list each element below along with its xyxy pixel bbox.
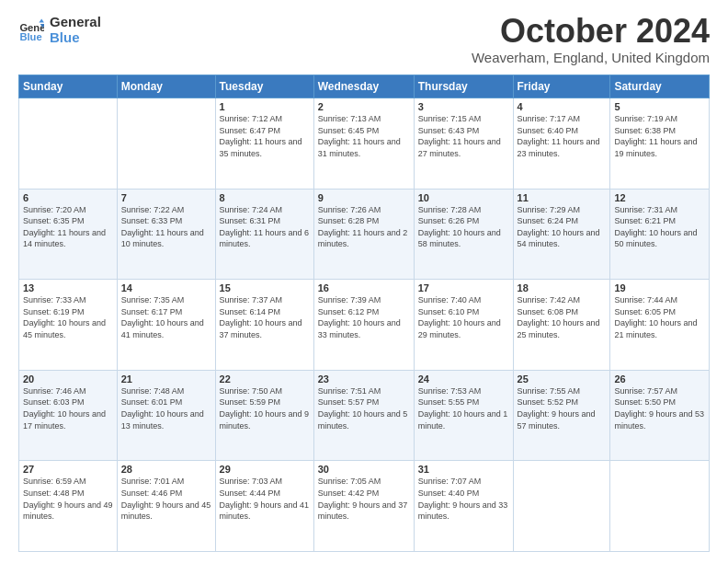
day-info: Sunrise: 7:29 AMSunset: 6:24 PMDaylight:… <box>518 204 607 250</box>
day-info: Sunrise: 7:19 AMSunset: 6:38 PMDaylight:… <box>614 113 705 159</box>
month-title: October 2024 <box>472 15 710 48</box>
weekday-header-wednesday: Wednesday <box>313 75 414 98</box>
day-info: Sunrise: 7:31 AMSunset: 6:21 PMDaylight:… <box>614 204 705 250</box>
day-number: 31 <box>418 464 509 475</box>
day-info: Sunrise: 7:33 AMSunset: 6:19 PMDaylight:… <box>23 294 113 340</box>
day-info: Sunrise: 7:44 AMSunset: 6:05 PMDaylight:… <box>614 294 705 340</box>
calendar-cell: 23Sunrise: 7:51 AMSunset: 5:57 PMDayligh… <box>313 370 414 461</box>
calendar-table: SundayMondayTuesdayWednesdayThursdayFrid… <box>18 75 710 552</box>
day-info: Sunrise: 7:53 AMSunset: 5:55 PMDaylight:… <box>418 385 509 431</box>
day-number: 24 <box>418 373 509 385</box>
day-number: 29 <box>220 464 310 475</box>
day-number: 26 <box>614 373 705 385</box>
day-number: 27 <box>23 464 113 475</box>
day-number: 15 <box>220 282 310 293</box>
day-info: Sunrise: 6:59 AMSunset: 4:48 PMDaylight:… <box>23 476 113 522</box>
svg-text:Blue: Blue <box>19 31 41 42</box>
calendar-cell: 24Sunrise: 7:53 AMSunset: 5:55 PMDayligh… <box>414 370 513 461</box>
day-info: Sunrise: 7:15 AMSunset: 6:43 PMDaylight:… <box>418 113 509 159</box>
week-row-2: 6Sunrise: 7:20 AMSunset: 6:35 PMDaylight… <box>19 189 710 280</box>
calendar-cell: 14Sunrise: 7:35 AMSunset: 6:17 PMDayligh… <box>117 280 215 371</box>
day-number: 1 <box>220 101 310 112</box>
day-number: 28 <box>121 464 211 475</box>
calendar-cell: 17Sunrise: 7:40 AMSunset: 6:10 PMDayligh… <box>414 280 513 371</box>
day-number: 11 <box>518 192 607 203</box>
weekday-header-friday: Friday <box>513 75 610 98</box>
calendar-cell <box>610 461 710 552</box>
weekday-header-row: SundayMondayTuesdayWednesdayThursdayFrid… <box>19 75 710 98</box>
day-info: Sunrise: 7:51 AMSunset: 5:57 PMDaylight:… <box>318 385 410 431</box>
day-number: 6 <box>23 192 113 203</box>
day-info: Sunrise: 7:46 AMSunset: 6:03 PMDaylight:… <box>23 385 113 431</box>
day-info: Sunrise: 7:26 AMSunset: 6:28 PMDaylight:… <box>318 204 410 250</box>
calendar-cell: 26Sunrise: 7:57 AMSunset: 5:50 PMDayligh… <box>610 370 710 461</box>
day-info: Sunrise: 7:17 AMSunset: 6:40 PMDaylight:… <box>518 113 607 159</box>
calendar-cell <box>19 98 118 190</box>
weekday-header-thursday: Thursday <box>414 75 513 98</box>
day-number: 8 <box>220 192 310 203</box>
calendar-cell: 16Sunrise: 7:39 AMSunset: 6:12 PMDayligh… <box>313 280 414 371</box>
day-info: Sunrise: 7:48 AMSunset: 6:01 PMDaylight:… <box>121 385 211 431</box>
day-number: 18 <box>518 282 607 293</box>
day-info: Sunrise: 7:03 AMSunset: 4:44 PMDaylight:… <box>220 476 310 522</box>
calendar-cell: 8Sunrise: 7:24 AMSunset: 6:31 PMDaylight… <box>215 189 313 280</box>
weekday-header-sunday: Sunday <box>19 75 118 98</box>
day-number: 21 <box>121 373 211 385</box>
day-info: Sunrise: 7:57 AMSunset: 5:50 PMDaylight:… <box>614 385 705 431</box>
day-number: 7 <box>121 192 211 203</box>
day-number: 22 <box>220 373 310 385</box>
calendar-cell: 22Sunrise: 7:50 AMSunset: 5:59 PMDayligh… <box>215 370 313 461</box>
logo-blue: Blue <box>50 30 101 46</box>
day-number: 9 <box>318 192 410 203</box>
calendar-cell: 2Sunrise: 7:13 AMSunset: 6:45 PMDaylight… <box>313 98 414 190</box>
calendar-cell: 20Sunrise: 7:46 AMSunset: 6:03 PMDayligh… <box>19 370 118 461</box>
day-info: Sunrise: 7:01 AMSunset: 4:46 PMDaylight:… <box>121 476 211 522</box>
calendar-cell: 31Sunrise: 7:07 AMSunset: 4:40 PMDayligh… <box>414 461 513 552</box>
logo: General Blue General Blue <box>18 15 101 45</box>
calendar-cell: 28Sunrise: 7:01 AMSunset: 4:46 PMDayligh… <box>117 461 215 552</box>
day-info: Sunrise: 7:07 AMSunset: 4:40 PMDaylight:… <box>418 476 509 522</box>
calendar-page: General Blue General Blue October 2024 W… <box>0 0 728 563</box>
day-number: 23 <box>318 373 410 385</box>
day-info: Sunrise: 7:13 AMSunset: 6:45 PMDaylight:… <box>318 113 410 159</box>
weekday-header-tuesday: Tuesday <box>215 75 313 98</box>
day-info: Sunrise: 7:22 AMSunset: 6:33 PMDaylight:… <box>121 204 211 250</box>
calendar-cell: 4Sunrise: 7:17 AMSunset: 6:40 PMDaylight… <box>513 98 610 190</box>
week-row-5: 27Sunrise: 6:59 AMSunset: 4:48 PMDayligh… <box>19 461 710 552</box>
calendar-cell: 1Sunrise: 7:12 AMSunset: 6:47 PMDaylight… <box>215 98 313 190</box>
day-number: 13 <box>23 282 113 293</box>
weekday-header-monday: Monday <box>117 75 215 98</box>
weekday-header-saturday: Saturday <box>610 75 710 98</box>
title-block: October 2024 Weaverham, England, United … <box>472 15 710 65</box>
calendar-cell: 9Sunrise: 7:26 AMSunset: 6:28 PMDaylight… <box>313 189 414 280</box>
week-row-1: 1Sunrise: 7:12 AMSunset: 6:47 PMDaylight… <box>19 98 710 190</box>
calendar-cell: 13Sunrise: 7:33 AMSunset: 6:19 PMDayligh… <box>19 280 118 371</box>
day-number: 3 <box>418 101 509 112</box>
day-info: Sunrise: 7:12 AMSunset: 6:47 PMDaylight:… <box>220 113 310 159</box>
calendar-cell: 15Sunrise: 7:37 AMSunset: 6:14 PMDayligh… <box>215 280 313 371</box>
svg-marker-2 <box>39 18 44 22</box>
day-info: Sunrise: 7:37 AMSunset: 6:14 PMDaylight:… <box>220 294 310 340</box>
day-info: Sunrise: 7:39 AMSunset: 6:12 PMDaylight:… <box>318 294 410 340</box>
week-row-4: 20Sunrise: 7:46 AMSunset: 6:03 PMDayligh… <box>19 370 710 461</box>
calendar-cell: 19Sunrise: 7:44 AMSunset: 6:05 PMDayligh… <box>610 280 710 371</box>
calendar-cell: 18Sunrise: 7:42 AMSunset: 6:08 PMDayligh… <box>513 280 610 371</box>
day-number: 4 <box>518 101 607 112</box>
day-number: 14 <box>121 282 211 293</box>
day-number: 12 <box>614 192 705 203</box>
calendar-cell: 5Sunrise: 7:19 AMSunset: 6:38 PMDaylight… <box>610 98 710 190</box>
day-info: Sunrise: 7:20 AMSunset: 6:35 PMDaylight:… <box>23 204 113 250</box>
calendar-cell: 12Sunrise: 7:31 AMSunset: 6:21 PMDayligh… <box>610 189 710 280</box>
calendar-cell: 3Sunrise: 7:15 AMSunset: 6:43 PMDaylight… <box>414 98 513 190</box>
calendar-cell: 7Sunrise: 7:22 AMSunset: 6:33 PMDaylight… <box>117 189 215 280</box>
calendar-cell: 27Sunrise: 6:59 AMSunset: 4:48 PMDayligh… <box>19 461 118 552</box>
calendar-cell: 25Sunrise: 7:55 AMSunset: 5:52 PMDayligh… <box>513 370 610 461</box>
week-row-3: 13Sunrise: 7:33 AMSunset: 6:19 PMDayligh… <box>19 280 710 371</box>
calendar-cell: 11Sunrise: 7:29 AMSunset: 6:24 PMDayligh… <box>513 189 610 280</box>
day-info: Sunrise: 7:35 AMSunset: 6:17 PMDaylight:… <box>121 294 211 340</box>
calendar-cell <box>117 98 215 190</box>
day-info: Sunrise: 7:24 AMSunset: 6:31 PMDaylight:… <box>220 204 310 250</box>
day-number: 10 <box>418 192 509 203</box>
calendar-cell: 30Sunrise: 7:05 AMSunset: 4:42 PMDayligh… <box>313 461 414 552</box>
day-number: 20 <box>23 373 113 385</box>
